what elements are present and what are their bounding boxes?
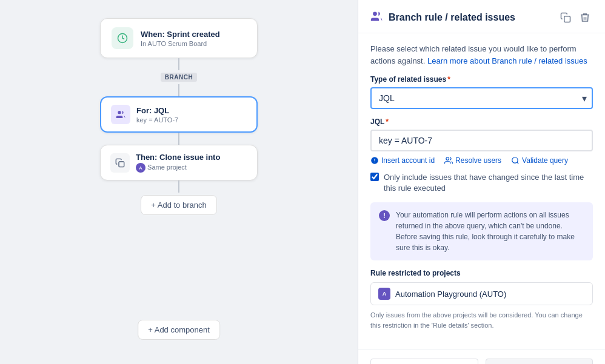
- copy-button[interactable]: [558, 10, 573, 25]
- branch-node-subtitle: key = AUTO-7: [136, 116, 178, 124]
- panel-body: Please select which related issue you wo…: [358, 33, 605, 349]
- learn-more-link[interactable]: Learn more about Branch rule / related i…: [427, 56, 587, 65]
- project-name: Automation Playground (AUTO): [395, 290, 506, 299]
- jql-input[interactable]: [370, 130, 593, 151]
- connector-line-3: [178, 133, 179, 145]
- footer-buttons: Back Next: [370, 359, 593, 364]
- clone-node-subtitle: A Same project: [136, 163, 220, 173]
- restricted-label: Rule restricted to projects: [370, 269, 593, 277]
- connector-line-4: [178, 180, 179, 193]
- type-field-label: Type of related issues*: [370, 75, 593, 84]
- next-button[interactable]: Next: [486, 359, 593, 364]
- svg-rect-4: [564, 16, 570, 22]
- restriction-note: Only issues from the above projects will…: [370, 310, 593, 330]
- clone-node[interactable]: Then: Clone issue into A Same project: [100, 145, 258, 180]
- clone-node-text: Then: Clone issue into A Same project: [136, 153, 220, 173]
- resolve-users-link[interactable]: Resolve users: [444, 156, 501, 165]
- svg-point-7: [512, 157, 518, 163]
- checkbox-row: Only include issues that have changed si…: [370, 172, 593, 194]
- svg-line-8: [517, 162, 519, 164]
- branch-rule-icon: [370, 10, 383, 25]
- branch-node-title: For: JQL: [136, 106, 178, 115]
- svg-point-6: [446, 157, 449, 160]
- warning-icon: !: [379, 210, 390, 221]
- add-to-branch-button[interactable]: + Add to branch: [141, 195, 216, 215]
- clone-icon-wrap: [110, 153, 130, 173]
- jql-field-label: JQL*: [370, 117, 593, 126]
- trigger-icon: [112, 27, 133, 49]
- delete-button[interactable]: [577, 10, 593, 25]
- header-actions: [558, 10, 593, 25]
- connector-line-2: [178, 84, 179, 96]
- panel-header-left: Branch rule / related issues: [370, 10, 515, 25]
- checkbox-label: Only include issues that have changed si…: [384, 172, 593, 194]
- branch-icon: [111, 105, 130, 124]
- type-select-wrap: JQL Epic issues Sub-tasks Linked issues …: [370, 87, 593, 109]
- branch-tag: BRANCH: [161, 73, 197, 82]
- changed-since-checkbox[interactable]: [370, 173, 379, 181]
- type-select[interactable]: JQL Epic issues Sub-tasks Linked issues: [370, 87, 593, 109]
- branch-node[interactable]: For: JQL key = AUTO-7: [100, 96, 258, 133]
- panel-title: Branch rule / related issues: [389, 12, 515, 23]
- panel-header: Branch rule / related issues: [358, 0, 605, 33]
- svg-point-3: [373, 12, 377, 16]
- detail-panel: Branch rule / related issues: [358, 0, 605, 364]
- back-button[interactable]: Back: [370, 359, 478, 364]
- trigger-node[interactable]: When: Sprint created In AUTO Scrum Board: [100, 18, 258, 58]
- trigger-text: When: Sprint created In AUTO Scrum Board: [141, 30, 220, 47]
- insert-account-id-link[interactable]: Insert account id: [370, 156, 435, 165]
- warning-box: ! Your automation rule will perform acti…: [370, 202, 593, 260]
- branch-label-row: BRANCH: [161, 73, 197, 82]
- svg-rect-2: [119, 162, 124, 167]
- branch-node-text: For: JQL key = AUTO-7: [136, 106, 178, 124]
- panel-description: Please select which related issue you wo…: [370, 43, 593, 67]
- connector-line-1: [178, 58, 179, 70]
- trigger-title: When: Sprint created: [141, 30, 220, 39]
- project-tag: A Automation Playground (AUTO): [370, 282, 593, 305]
- project-avatar: A: [378, 288, 390, 300]
- canvas-panel: When: Sprint created In AUTO Scrum Board…: [0, 0, 358, 364]
- warning-text: Your automation rule will perform action…: [396, 210, 584, 253]
- trigger-subtitle: In AUTO Scrum Board: [141, 40, 220, 47]
- panel-footer: Back Next › What issue data can I access…: [358, 349, 605, 364]
- clone-avatar: A: [136, 163, 145, 173]
- add-component-button[interactable]: + Add component: [138, 320, 220, 340]
- clone-node-title: Then: Clone issue into: [136, 153, 220, 162]
- validate-query-link[interactable]: Validate query: [511, 156, 568, 165]
- jql-actions: Insert account id Resolve users Validate…: [370, 156, 593, 165]
- svg-point-1: [118, 111, 121, 114]
